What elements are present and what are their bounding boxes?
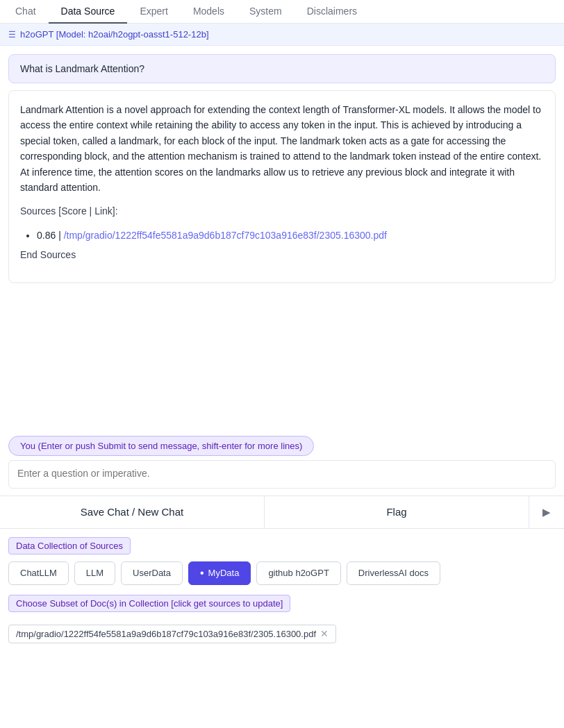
source-separator: | bbox=[58, 230, 64, 241]
source-llm[interactable]: LLM bbox=[74, 561, 115, 585]
input-hint: You (Enter or push Submit to send messag… bbox=[0, 429, 564, 460]
source-github-h2ogpt[interactable]: github h2oGPT bbox=[256, 561, 340, 585]
file-tag-text: /tmp/gradio/1222ff54fe5581a9a9d6b187cf79… bbox=[16, 629, 316, 639]
chat-input-wrapper[interactable] bbox=[8, 460, 556, 489]
tab-data-source[interactable]: Data Source bbox=[49, 0, 128, 24]
file-tag-close[interactable]: ✕ bbox=[320, 629, 329, 638]
chat-input[interactable] bbox=[17, 468, 547, 479]
source-chatllm[interactable]: ChatLLM bbox=[8, 561, 69, 585]
tab-chat[interactable]: Chat bbox=[3, 0, 49, 24]
source-score: 0.86 bbox=[37, 230, 56, 241]
input-hint-text: You (Enter or push Submit to send messag… bbox=[8, 436, 314, 456]
tab-system[interactable]: System bbox=[237, 0, 295, 24]
extra-button[interactable]: ▶ bbox=[529, 496, 564, 528]
user-message: What is Landmark Attention? bbox=[8, 54, 556, 83]
user-message-text: What is Landmark Attention? bbox=[20, 63, 144, 74]
chat-area: What is Landmark Attention? Landmark Att… bbox=[0, 46, 564, 429]
source-item: 0.86 | /tmp/gradio/1222ff54fe5581a9a9d6b… bbox=[37, 228, 544, 243]
model-badge: ☰ h2oGPT [Model: h2oai/h2ogpt-oasst1-512… bbox=[0, 24, 564, 46]
sources-label: Sources [Score | Link]: bbox=[20, 203, 544, 219]
flag-button[interactable]: Flag bbox=[265, 496, 529, 528]
model-badge-text: h2oGPT [Model: h2oai/h2ogpt-oasst1-512-1… bbox=[20, 29, 209, 40]
ai-response: Landmark Attention is a novel approach f… bbox=[8, 90, 556, 283]
source-userdata[interactable]: UserData bbox=[121, 561, 183, 585]
selected-files-area: /tmp/gradio/1222ff54fe5581a9a9d6b187cf79… bbox=[8, 625, 556, 643]
tab-disclaimers[interactable]: Disclaimers bbox=[295, 0, 370, 24]
tab-models[interactable]: Models bbox=[181, 0, 237, 24]
ai-response-paragraph: Landmark Attention is a novel approach f… bbox=[20, 102, 544, 195]
buttons-row: Save Chat / New Chat Flag ▶ bbox=[0, 496, 564, 529]
model-icon: ☰ bbox=[8, 30, 16, 40]
chat-spacer bbox=[8, 290, 556, 429]
tab-expert[interactable]: Expert bbox=[127, 0, 180, 24]
save-chat-button[interactable]: Save Chat / New Chat bbox=[0, 496, 265, 528]
tab-bar: Chat Data Source Expert Models System Di… bbox=[0, 0, 564, 24]
source-driverlessai-docs[interactable]: DriverlessAI docs bbox=[347, 561, 440, 585]
choose-subset-badge: Choose Subset of Doc(s) in Collection [c… bbox=[8, 595, 290, 612]
data-collection-badge: Data Collection of Sources bbox=[8, 537, 131, 555]
source-mydata[interactable]: MyData bbox=[188, 561, 251, 585]
file-tag: /tmp/gradio/1222ff54fe5581a9a9d6b187cf79… bbox=[8, 625, 336, 643]
data-source-buttons: ChatLLM LLM UserData MyData github h2oGP… bbox=[8, 561, 556, 585]
source-link[interactable]: /tmp/gradio/1222ff54fe5581a9a9d6b187cf79… bbox=[64, 230, 387, 241]
source-list: 0.86 | /tmp/gradio/1222ff54fe5581a9a9d6b… bbox=[20, 228, 544, 243]
data-collection-section: Data Collection of Sources ChatLLM LLM U… bbox=[0, 537, 564, 652]
end-sources: End Sources bbox=[20, 247, 544, 262]
